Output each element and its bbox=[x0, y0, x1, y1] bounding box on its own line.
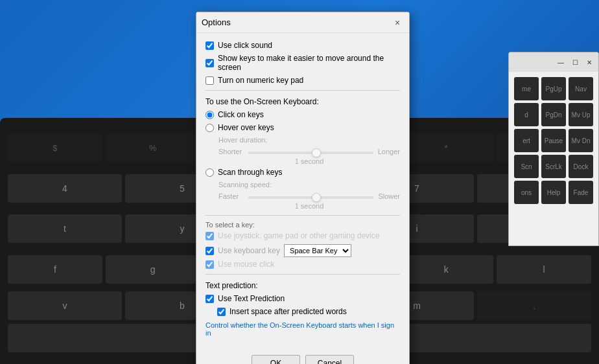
joystick-label: Use joystick, game pad or other gaming d… bbox=[218, 231, 379, 240]
insert-space-label: Insert space after predicted words bbox=[229, 307, 347, 316]
use-text-prediction-label: Use Text Prediction bbox=[218, 294, 285, 303]
shorter-label: Shorter bbox=[218, 148, 244, 155]
ok-button[interactable]: OK bbox=[252, 355, 300, 364]
hover-slider-row: Shorter Longer bbox=[218, 146, 400, 156]
keyboard-key-label: Use keyboard key bbox=[218, 246, 280, 255]
dialog-body: Use click sound Show keys to make it eas… bbox=[196, 33, 409, 350]
text-prediction-section: Text prediction: Use Text Prediction Ins… bbox=[206, 281, 400, 316]
right-panel-titlebar: — ☐ ✕ bbox=[509, 52, 598, 72]
rkey-mvup: Mv Up bbox=[569, 103, 593, 126]
scanning-speed-section: Scanning speed: Faster Slower 1 second bbox=[218, 181, 400, 210]
mouse-click-checkbox[interactable] bbox=[206, 260, 214, 269]
radio-row-hover: Hover over keys bbox=[206, 123, 400, 132]
options-dialog: Options × Use click sound Show keys to m… bbox=[196, 12, 410, 364]
scanning-speed-slider[interactable] bbox=[248, 196, 373, 199]
checkbox-row-click-sound: Use click sound bbox=[206, 41, 400, 50]
right-key-grid: me PgUp Nav d PgDn Mv Up ert Pause Mv Dn… bbox=[509, 72, 598, 209]
longer-label: Longer bbox=[377, 148, 400, 155]
dialog-titlebar: Options × bbox=[196, 12, 409, 33]
dialog-footer: OK Cancel bbox=[196, 350, 409, 364]
rkey-scn: Scn bbox=[514, 155, 539, 178]
use-click-sound-label: Use click sound bbox=[218, 41, 272, 50]
numeric-keypad-label: Turn on numeric key pad bbox=[218, 76, 303, 85]
hover-value: 1 second bbox=[218, 157, 400, 165]
faster-label: Faster bbox=[218, 192, 244, 200]
keyboard-section-label: To use the On-Screen Keyboard: bbox=[206, 97, 400, 106]
slower-label: Slower bbox=[377, 192, 400, 200]
rkey-mvdn: Mv Dn bbox=[569, 129, 593, 152]
key-comma: , bbox=[477, 291, 591, 320]
divider-3 bbox=[206, 274, 400, 275]
show-keys-checkbox[interactable] bbox=[206, 59, 214, 67]
key-t: t bbox=[8, 214, 122, 243]
rkey-scrlk: ScrLk bbox=[541, 155, 566, 178]
use-text-prediction-checkbox[interactable] bbox=[206, 295, 214, 303]
select-checkbox-joystick: Use joystick, game pad or other gaming d… bbox=[206, 231, 400, 240]
divider-1 bbox=[206, 90, 400, 91]
hover-over-keys-label: Hover over keys bbox=[218, 123, 274, 132]
radio-row-click: Click on keys bbox=[206, 110, 400, 119]
key-v: v bbox=[8, 291, 122, 320]
click-on-keys-label: Click on keys bbox=[218, 110, 264, 119]
scanning-value: 1 second bbox=[218, 202, 400, 210]
select-checkbox-mouse: Use mouse click bbox=[206, 260, 400, 269]
dialog-close-button[interactable]: × bbox=[391, 16, 404, 29]
scan-through-keys-label: Scan through keys bbox=[218, 168, 282, 177]
key-asterisk: * bbox=[399, 133, 493, 162]
key-g: g bbox=[106, 255, 200, 284]
mouse-click-label: Use mouse click bbox=[218, 260, 274, 269]
rkey-pgdn: PgDn bbox=[541, 103, 566, 126]
key-k: k bbox=[399, 255, 493, 284]
checkbox-row-insert-space: Insert space after predicted words bbox=[217, 307, 400, 316]
show-keys-label: Show keys to make it easier to move arou… bbox=[218, 54, 400, 72]
hover-duration-label: Hover duration: bbox=[218, 136, 400, 144]
scanning-slider-container bbox=[248, 191, 373, 201]
select-row-keyboard-key: Use keyboard key Space Bar Key Enter Key… bbox=[206, 244, 400, 257]
rkey-nav: Nav bbox=[569, 77, 593, 100]
rkey-fade: Fade bbox=[569, 181, 593, 204]
maximize-icon[interactable]: ☐ bbox=[570, 57, 580, 67]
checkbox-row-numeric: Turn on numeric key pad bbox=[206, 76, 400, 85]
scanning-slider-row: Faster Slower bbox=[218, 191, 400, 201]
rkey-dock: Dock bbox=[569, 155, 593, 178]
keyboard-key-checkbox[interactable] bbox=[206, 247, 214, 255]
cancel-button[interactable]: Cancel bbox=[305, 355, 354, 364]
use-click-sound-checkbox[interactable] bbox=[206, 41, 214, 50]
key-l: l bbox=[497, 255, 591, 284]
joystick-checkbox[interactable] bbox=[206, 232, 214, 240]
dialog-title: Options bbox=[202, 17, 231, 27]
close-icon[interactable]: ✕ bbox=[584, 57, 594, 67]
key-f: f bbox=[8, 255, 102, 284]
minimize-icon[interactable]: — bbox=[556, 57, 566, 67]
key-percent: % bbox=[106, 133, 200, 162]
hover-slider-container bbox=[248, 146, 373, 156]
insert-space-checkbox[interactable] bbox=[217, 308, 226, 316]
key-4: 4 bbox=[8, 174, 122, 203]
rkey-help: Help bbox=[541, 181, 566, 204]
text-prediction-label: Text prediction: bbox=[206, 281, 400, 290]
hover-over-keys-radio[interactable] bbox=[206, 124, 214, 132]
select-key-label: To select a key: bbox=[206, 221, 400, 229]
scan-through-keys-radio[interactable] bbox=[206, 168, 214, 177]
hover-duration-slider[interactable] bbox=[248, 152, 373, 154]
scanning-speed-label: Scanning speed: bbox=[218, 181, 400, 188]
hover-duration-section: Hover duration: Shorter Longer 1 second bbox=[218, 136, 400, 165]
rkey-ons: ons bbox=[514, 181, 539, 204]
key-dollar: $ bbox=[8, 133, 102, 162]
checkbox-row-show-keys: Show keys to make it easier to move arou… bbox=[206, 54, 400, 72]
rkey-d: d bbox=[514, 103, 539, 126]
signin-link[interactable]: Control whether the On-Screen Keyboard s… bbox=[206, 321, 400, 337]
rkey-ert: ert bbox=[514, 129, 539, 152]
rkey-pause: Pause bbox=[541, 129, 566, 152]
rkey-pgup: PgUp bbox=[541, 77, 566, 100]
numeric-keypad-checkbox[interactable] bbox=[206, 76, 214, 85]
right-window-panel: — ☐ ✕ me PgUp Nav d PgDn Mv Up ert Pause… bbox=[508, 52, 599, 246]
checkbox-row-use-text-pred: Use Text Prediction bbox=[206, 294, 400, 303]
divider-2 bbox=[206, 215, 400, 216]
radio-row-scan: Scan through keys bbox=[206, 168, 400, 177]
rkey-me: me bbox=[514, 77, 539, 100]
keyboard-key-select[interactable]: Space Bar Key Enter Key Shift Key Ctrl K… bbox=[284, 244, 351, 257]
click-on-keys-radio[interactable] bbox=[206, 111, 214, 119]
